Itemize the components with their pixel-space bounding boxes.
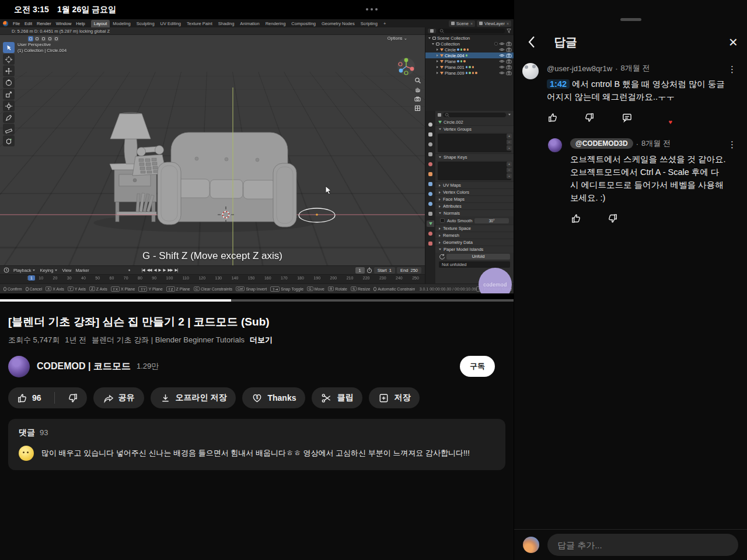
tab-scene[interactable] <box>427 151 434 158</box>
next-keyframe-button[interactable]: ▶▶ <box>167 268 172 272</box>
video-player[interactable]: File Edit Render Window Help Layout Mode… <box>0 19 514 293</box>
like-button[interactable]: 96 <box>8 393 50 404</box>
dislike-comment-button[interactable] <box>584 112 595 123</box>
camera-view-icon[interactable] <box>414 96 421 102</box>
tab-physics[interactable] <box>427 201 434 207</box>
workspace-tab-shading[interactable]: Shading <box>215 20 238 27</box>
section-remesh[interactable]: Remesh <box>435 232 514 239</box>
auto-smooth-angle-field[interactable]: 30° <box>474 218 509 223</box>
camera-icon[interactable] <box>506 47 512 52</box>
section-normals[interactable]: Normals <box>435 209 514 216</box>
dropdown-button[interactable]: ⌄ <box>507 173 512 178</box>
dislike-reply-button[interactable] <box>608 213 619 224</box>
save-button[interactable]: 저장 <box>369 387 420 408</box>
clip-button[interactable]: 클립 <box>312 387 362 408</box>
disclosure-caret-icon[interactable] <box>437 54 438 57</box>
tab-world[interactable] <box>427 161 434 167</box>
outliner-row-scene-collection[interactable]: Scene Collection <box>425 35 514 41</box>
like-reply-button[interactable] <box>570 213 581 224</box>
tab-particles[interactable] <box>427 191 434 197</box>
section-paper-model[interactable]: Paper Model Islands <box>435 246 514 253</box>
camera-icon[interactable] <box>506 71 512 75</box>
outliner-row-circle[interactable]: Circle <box>425 47 514 52</box>
timeline-playhead[interactable]: 1 <box>28 275 35 281</box>
scene-selector[interactable]: Scene× <box>449 20 475 27</box>
like-comment-button[interactable] <box>547 112 558 123</box>
disclosure-caret-icon[interactable] <box>432 43 434 45</box>
tab-render[interactable] <box>427 121 434 128</box>
editor-type-icon[interactable] <box>438 113 441 117</box>
outliner-row-plane[interactable]: Plane <box>425 58 514 64</box>
disclosure-caret-icon[interactable] <box>437 48 438 51</box>
display-mode-dropdown[interactable] <box>428 29 436 33</box>
add-button[interactable]: + <box>507 134 512 139</box>
section-uv-maps[interactable]: UV Maps <box>435 181 514 188</box>
workspace-tab-add[interactable]: + <box>381 20 389 27</box>
comments-preview-card[interactable]: 댓글 93 많이 배우고 있습니다 넣어주신 신나는 배경음 들으면서 힘내서 … <box>8 419 505 470</box>
viewlayer-selector[interactable]: ViewLayer× <box>477 20 511 27</box>
workspace-tab-modeling[interactable]: Modeling <box>110 20 133 27</box>
offline-save-button[interactable]: 오프라인 저장 <box>151 387 236 408</box>
section-geometry-data[interactable]: Geometry Data <box>435 239 514 246</box>
tab-object-data-active[interactable] <box>427 220 434 227</box>
creator-heart-badge[interactable]: ♥ <box>659 112 670 123</box>
timeline-editor-icon[interactable] <box>4 267 9 273</box>
shape-keys-list[interactable]: +−⌄ <box>438 162 511 180</box>
rotate-tool[interactable] <box>3 77 15 88</box>
marker-menu[interactable]: Marker <box>76 268 89 273</box>
disclosure-caret-icon[interactable] <box>437 66 438 68</box>
tab-material[interactable] <box>427 230 434 237</box>
disclosure-caret-icon[interactable] <box>437 72 438 74</box>
thanks-button[interactable]: $ Thanks <box>242 387 305 408</box>
navigation-gizmo-icon[interactable] <box>396 56 417 77</box>
outliner-row-collection[interactable]: Collection <box>425 41 514 47</box>
section-face-maps[interactable]: Face Maps <box>435 195 514 202</box>
workspace-tab-sculpting[interactable]: Sculpting <box>134 20 158 27</box>
workspace-tab-scripting[interactable]: Scripting <box>358 20 381 27</box>
scale-tool[interactable] <box>3 89 15 100</box>
remove-button[interactable]: − <box>507 167 512 173</box>
kebab-menu[interactable]: ⋮ <box>728 139 736 150</box>
mode-icon[interactable] <box>54 36 59 41</box>
play-button[interactable]: ▶ <box>158 268 160 272</box>
section-vertex-groups[interactable]: Vertex Groups <box>435 125 514 132</box>
timeline-ruler[interactable]: 1102030405060708090100110120130140150160… <box>0 274 425 284</box>
commenter-avatar[interactable] <box>522 63 539 79</box>
ortho-toggle-icon[interactable] <box>414 105 421 111</box>
auto-smooth-checkbox[interactable] <box>440 218 445 223</box>
comment-author[interactable]: @user-jd1ew8qr1w <box>547 64 612 73</box>
close-button[interactable]: × <box>729 34 738 50</box>
dropdown-button[interactable]: ⌄ <box>507 145 512 150</box>
creator-author-badge[interactable]: @CODEMOD3D <box>570 138 633 149</box>
workspace-tab-geonodes[interactable]: Geometry Nodes <box>319 20 358 27</box>
creator-avatar[interactable] <box>548 138 562 152</box>
options-dropdown[interactable]: Options ⌄ <box>388 36 407 41</box>
reply-input[interactable] <box>547 534 738 556</box>
section-vertex-colors[interactable]: Vertex Colors <box>435 188 514 195</box>
jump-end-button[interactable]: ▶| <box>174 268 177 272</box>
section-texture-space[interactable]: Texture Space <box>435 225 514 232</box>
tab-viewlayer[interactable] <box>427 141 434 148</box>
camera-icon[interactable] <box>506 41 512 46</box>
jump-start-button[interactable]: |◀ <box>142 268 145 272</box>
eye-icon[interactable] <box>499 47 505 52</box>
next-frame-button[interactable]: ▶ <box>163 268 165 272</box>
unlink-icon[interactable]: × <box>507 22 509 26</box>
workspace-tab-rendering[interactable]: Rendering <box>263 20 289 27</box>
mode-icon[interactable] <box>47 36 53 41</box>
workspace-tab-texture[interactable]: Texture Paint <box>184 20 215 27</box>
subscribe-button[interactable]: 구독 <box>460 356 495 377</box>
outliner-row-plane-009[interactable]: Plane.009 <box>425 70 514 76</box>
add-button[interactable]: + <box>507 162 512 167</box>
outliner-search[interactable] <box>438 29 505 33</box>
mode-icon[interactable] <box>34 36 40 41</box>
3d-viewport[interactable]: Options ⌄ User Perspective (1) Collectio… <box>0 35 425 265</box>
prev-keyframe-button[interactable]: ◀◀ <box>146 268 151 272</box>
eye-icon[interactable] <box>499 59 505 64</box>
workspace-tab-uv[interactable]: UV Editing <box>158 20 184 27</box>
eye-icon[interactable] <box>499 41 505 46</box>
select-box-tool[interactable] <box>3 42 15 53</box>
annotate-tool[interactable] <box>3 112 15 123</box>
eye-icon[interactable] <box>499 53 505 58</box>
view-menu[interactable]: View <box>62 268 71 273</box>
